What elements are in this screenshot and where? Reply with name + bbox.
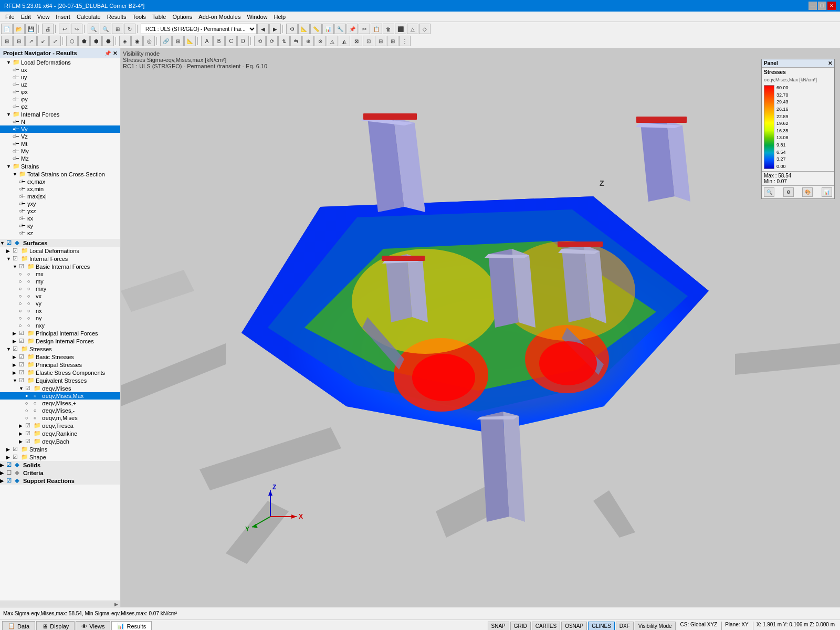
tree-surf-strains[interactable]: ▶ ☑ 📁 Strains [0, 445, 120, 453]
tree-geqv-mises[interactable]: ▼ ☑ 📁 σeqv,Mises [0, 384, 120, 392]
visibility-mode-btn[interactable]: Visibility Mode [635, 622, 676, 631]
legend-color-btn[interactable]: 🎨 [802, 187, 813, 197]
tb2-o[interactable]: ⊟ [375, 36, 386, 46]
tree-design-if[interactable]: ▶ ☑ 📁 Design Internal Forces [0, 337, 120, 345]
tree-geqv-mises-plus[interactable]: ○ ○ σeqv,Mises,+ [0, 400, 120, 407]
tb2-i[interactable]: ⊕ [302, 36, 314, 46]
tree-elastic-stress[interactable]: ▶ ☑ 📁 Elastic Stress Components [0, 369, 120, 376]
tb2-grid[interactable]: ⊞ [172, 36, 184, 46]
expand-surf-strains[interactable]: ▶ [6, 447, 13, 452]
menu-window[interactable]: Window [244, 13, 270, 21]
minimize-button[interactable]: — [808, 2, 817, 10]
tb2-1[interactable]: ⊞ [1, 36, 13, 46]
menu-file[interactable]: File [2, 13, 18, 21]
expand-surfaces[interactable]: ▼ [0, 240, 6, 246]
tb2-a[interactable]: A [201, 36, 213, 46]
cartes-btn[interactable]: CARTES [532, 622, 560, 631]
tree-surf-if[interactable]: ▼ ☑ 📁 Internal Forces [0, 255, 120, 262]
expand-solids[interactable]: ▶ [0, 463, 6, 468]
expand-tresca[interactable]: ▶ [19, 423, 25, 428]
pin-icon[interactable]: 📌 [104, 50, 111, 56]
close-nav-icon[interactable]: ✕ [113, 50, 117, 56]
tree-Mt[interactable]: ○⊢ Mt [0, 140, 120, 148]
expand-principal-if[interactable]: ▶ [13, 331, 19, 336]
tree-geqv-bach[interactable]: ▶ ☑ 📁 σeqv,Bach [0, 437, 120, 445]
tree-ny-surf[interactable]: ○ ○ ny [0, 314, 120, 322]
grid-btn[interactable]: GRID [510, 622, 531, 631]
glines-btn[interactable]: GLINES [588, 622, 615, 631]
tree-kz[interactable]: ○⊢ κz [0, 229, 120, 237]
tb2-e[interactable]: ⟲ [254, 36, 266, 46]
tb-4[interactable]: 📊 [322, 24, 334, 34]
tree-total-strains[interactable]: ▼ 📁 Total Strains on Cross-Section [0, 170, 120, 178]
tree-basic-if[interactable]: ▼ ☑ 📁 Basic Internal Forces [0, 262, 120, 270]
tree-principal-stresses[interactable]: ▶ ☑ 📁 Principal Stresses [0, 361, 120, 369]
tb2-8[interactable]: ⬢ [90, 36, 102, 46]
tree-criteria[interactable]: ▶ ☐ ◈ Criteria [0, 469, 120, 477]
tb2-7[interactable]: ⬟ [78, 36, 90, 46]
tree-oy[interactable]: ○⊢ φy [0, 96, 120, 103]
tb2-12[interactable]: ◎ [143, 36, 155, 46]
menu-edit[interactable]: Edit [18, 13, 34, 21]
tb-1[interactable]: ⚙ [286, 24, 298, 34]
legend-settings-btn[interactable]: ⚙ [783, 187, 794, 197]
tree-maxex[interactable]: ○⊢ max|εx| [0, 193, 120, 200]
menu-options[interactable]: Options [169, 13, 195, 21]
expand-elastic-stress[interactable]: ▶ [13, 370, 19, 375]
tb-9[interactable]: 🗑 [383, 24, 394, 34]
tb2-d[interactable]: D [237, 36, 249, 46]
tree-shape[interactable]: ▶ ☑ 📁 Shape [0, 453, 120, 461]
tree-my[interactable]: ○ ○ my [0, 278, 120, 285]
tb-redo[interactable]: ↪ [71, 24, 82, 34]
viewport-3d[interactable]: Visibility mode Stresses Sigma-eqv,Mises… [121, 48, 840, 607]
tb2-c[interactable]: C [225, 36, 237, 46]
menu-help[interactable]: Help [271, 13, 289, 21]
tree-ux[interactable]: ○⊢ ux [0, 66, 120, 74]
tb-zoom-in[interactable]: 🔍 [88, 24, 99, 34]
tree-ky[interactable]: ○⊢ κy [0, 222, 120, 229]
tree-support-reactions[interactable]: ▶ ☑ ◈ Support Reactions [0, 477, 120, 485]
tb2-2[interactable]: ⊟ [13, 36, 25, 46]
tb2-snap[interactable]: 🔗 [160, 36, 172, 46]
tb-print[interactable]: 🖨 [42, 24, 54, 34]
tb-new[interactable]: 📄 [1, 24, 13, 34]
tree-vy-surf[interactable]: ○ ○ vy [0, 300, 120, 307]
tb-8[interactable]: 📋 [371, 24, 382, 34]
tb-rotate[interactable]: ↻ [124, 24, 135, 34]
tb2-g[interactable]: ⇅ [278, 36, 290, 46]
menu-calculate[interactable]: Calculate [74, 13, 104, 21]
tb2-6[interactable]: ⬡ [66, 36, 78, 46]
tab-display[interactable]: 🖥 Display [36, 621, 75, 631]
tree-local-deformations[interactable]: ▼ 📁 Local Deformations [0, 58, 120, 66]
snap-btn[interactable]: SNAP [488, 622, 509, 631]
tb-10[interactable]: ⬛ [395, 24, 406, 34]
expand-basic-stresses[interactable]: ▶ [13, 354, 19, 360]
tb2-4[interactable]: ↙ [37, 36, 49, 46]
tree-uz[interactable]: ○⊢ uz [0, 81, 120, 88]
tab-views[interactable]: 👁 Views [76, 621, 110, 631]
expand-rankine[interactable]: ▶ [19, 431, 25, 436]
tb-5[interactable]: 🔧 [334, 24, 346, 34]
expand-total-strains[interactable]: ▼ [13, 172, 19, 177]
tb2-j[interactable]: ⊗ [314, 36, 326, 46]
tb-7[interactable]: ✂ [359, 24, 370, 34]
tree-Mz[interactable]: ○⊢ Mz [0, 155, 120, 162]
tb2-q[interactable]: ⋮ [399, 36, 411, 46]
tree-vx[interactable]: ○ ○ vx [0, 292, 120, 300]
tree-kx[interactable]: ○⊢ κx [0, 215, 120, 222]
expand-geqv-mises[interactable]: ▼ [19, 386, 25, 391]
tree-basic-stresses[interactable]: ▶ ☑ 📁 Basic Stresses [0, 353, 120, 361]
tree-exmax[interactable]: ○⊢ εx,max [0, 178, 120, 185]
tb2-h[interactable]: ⇆ [290, 36, 302, 46]
menu-results[interactable]: Results [104, 13, 130, 21]
tree-principal-if[interactable]: ▶ ☑ 📁 Principal Internal Forces [0, 329, 120, 337]
project-tree[interactable]: ▼ 📁 Local Deformations ○⊢ ux ○⊢ uy ○⊢ uz [0, 58, 120, 601]
tb2-p[interactable]: ⊞ [387, 36, 398, 46]
menu-tools[interactable]: Tools [129, 13, 149, 21]
tree-surfaces[interactable]: ▼ ☑ ◈ Surfaces [0, 239, 120, 247]
expand-principal-stresses[interactable]: ▶ [13, 362, 19, 368]
tree-uy[interactable]: ○⊢ uy [0, 74, 120, 81]
window-controls[interactable]: — ❐ ✕ [808, 2, 836, 10]
tb2-b[interactable]: B [213, 36, 225, 46]
tree-nxy-surf[interactable]: ○ ○ nxy [0, 322, 120, 329]
